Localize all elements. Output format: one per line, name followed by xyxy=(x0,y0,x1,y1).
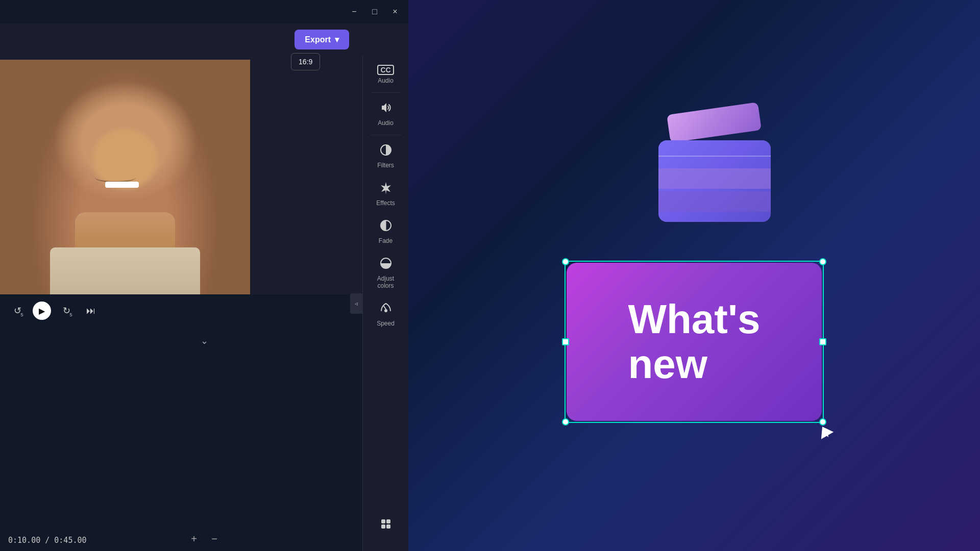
sidebar-item-audio[interactable]: Audio xyxy=(365,96,406,132)
forward-button[interactable]: ↻5 xyxy=(57,302,76,320)
video-section: ↺5 ▶ ↻5 ⏭ ⛶ ⌄ xyxy=(0,56,408,551)
rewind-button[interactable]: ↺5 xyxy=(8,302,27,320)
adjust-colors-icon xyxy=(379,257,393,273)
clap-stripe-2 xyxy=(658,191,771,212)
playback-controls: ↺5 ▶ ↻5 ⏭ ⛶ xyxy=(0,294,408,327)
text-card: What's new xyxy=(567,263,822,421)
svg-rect-7 xyxy=(381,524,385,529)
timeline-add-remove: + − xyxy=(186,531,223,547)
cursor-pointer xyxy=(816,423,834,439)
video-frame xyxy=(0,60,250,294)
promo-section: What's new xyxy=(408,0,980,551)
clapperboard-icon xyxy=(653,110,776,222)
sidebar-effects-label: Effects xyxy=(376,199,395,207)
minimize-button[interactable]: − xyxy=(345,3,363,21)
fade-icon xyxy=(379,219,393,235)
timeline-add-button[interactable]: + xyxy=(186,531,202,547)
export-button[interactable]: Export ▾ xyxy=(295,30,349,49)
effects-icon xyxy=(379,181,393,197)
timeline-collapse-center[interactable]: ⌄ xyxy=(201,335,208,346)
sidebar-item-speed[interactable]: Speed xyxy=(365,296,406,332)
sidebar-item-more[interactable] xyxy=(365,512,406,539)
sidebar-item-filters[interactable]: Filters xyxy=(365,138,406,174)
svg-rect-6 xyxy=(386,519,390,523)
right-sidebar: CC Audio Audio xyxy=(362,56,408,551)
sidebar-adjust-colors-label: Adjust colors xyxy=(370,275,402,289)
card-text: What's new xyxy=(628,297,760,387)
captions-icon: CC xyxy=(377,65,394,75)
sidebar-audio-label: Audio xyxy=(378,119,394,127)
clap-body xyxy=(658,140,771,222)
sidebar-filters-label: Filters xyxy=(377,162,394,169)
sidebar-divider-1 xyxy=(371,92,401,93)
time-counter: 0:10.00 / 0:45.00 xyxy=(8,536,87,545)
sidebar-item-effects[interactable]: Effects xyxy=(365,176,406,212)
toolbar: Export ▾ 16:9 xyxy=(0,23,408,56)
sidebar-divider-2 xyxy=(371,135,401,135)
maximize-button[interactable]: □ xyxy=(365,3,384,21)
main-area: ↺5 ▶ ↻5 ⏭ ⛶ ⌄ xyxy=(0,56,408,551)
sidebar-collapse-button[interactable]: ◃ xyxy=(350,293,362,314)
more-icon xyxy=(379,517,393,534)
sidebar-speed-label: Speed xyxy=(377,320,395,327)
speed-icon xyxy=(379,302,393,318)
clap-top xyxy=(667,102,762,143)
close-button[interactable]: × xyxy=(386,3,404,21)
timeline-section: ⌄ 0:10.00 / 0:45.00 + − ⤢ xyxy=(0,327,408,551)
sidebar-captions-label: Audio xyxy=(378,77,394,84)
filters-icon xyxy=(379,143,393,160)
text-card-content: What's new xyxy=(567,263,822,421)
clap-stripe-1 xyxy=(658,168,771,189)
video-preview xyxy=(0,60,250,294)
svg-rect-5 xyxy=(381,519,385,523)
sidebar-item-adjust-colors[interactable]: Adjust colors xyxy=(365,252,406,294)
title-bar: − □ × xyxy=(0,0,408,23)
sidebar-fade-label: Fade xyxy=(379,237,393,244)
sidebar-item-captions[interactable]: CC Audio xyxy=(365,60,406,89)
editor-panel: Export ▾ 16:9 xyxy=(0,23,408,551)
skip-end-button[interactable]: ⏭ xyxy=(82,302,100,320)
timeline-remove-button[interactable]: − xyxy=(206,531,223,547)
play-button[interactable]: ▶ xyxy=(33,302,51,320)
sidebar-item-fade[interactable]: Fade xyxy=(365,214,406,249)
audio-icon xyxy=(379,101,393,117)
svg-rect-8 xyxy=(386,524,390,529)
